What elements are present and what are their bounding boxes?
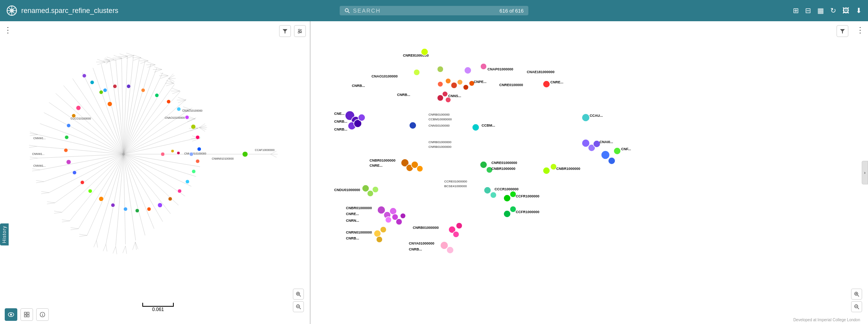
svg-point-223 [438,81,443,87]
svg-line-35 [123,154,185,196]
svg-line-101 [133,58,141,61]
scatter-label: CNRE... [346,212,359,216]
svg-point-184 [111,203,115,207]
tree-center: CGCO10100000 CNNW1... CNNW1... CNNW1... … [29,53,278,254]
svg-point-205 [242,151,248,157]
grid-icon[interactable]: ⊟ [805,6,811,15]
right-filter-btn[interactable] [837,25,848,37]
eye-btn[interactable] [5,308,17,321]
svg-line-161 [54,211,62,212]
node-label: CNNW1... [33,164,46,167]
collapse-btn[interactable]: › [862,161,868,184]
right-panel-menu-btn[interactable]: ⋮ [856,25,864,35]
svg-marker-217 [840,29,845,33]
scatter-label: CCBM10000000 [428,118,452,121]
info-btn[interactable]: i [36,308,49,321]
svg-point-235 [409,122,416,129]
svg-line-154 [32,170,40,171]
scatter-label: CNRE... [370,164,383,168]
settings-btn[interactable] [294,25,306,37]
search-bar[interactable]: 616 of 616 [340,6,528,15]
scatter-label: CNAE181000000 [527,70,555,74]
svg-line-14 [116,59,123,154]
sliders-icon [297,28,303,34]
download-icon[interactable]: ⬇ [856,6,862,15]
svg-line-48 [70,154,124,221]
svg-line-27 [123,108,192,154]
svg-point-236 [437,95,443,101]
svg-point-220 [437,66,443,72]
scatter-label: CCRE01000000 [444,180,467,183]
scatter-label: CCFR1000000 [516,210,539,214]
filter-btn[interactable] [279,25,291,37]
svg-point-240 [582,114,590,122]
svg-line-110 [154,70,162,72]
node-label: CNMN910100000 [184,152,206,155]
svg-point-229 [543,81,550,88]
refresh-icon[interactable]: ↻ [830,6,836,15]
scatter-label: CNBR01000000 [346,206,372,210]
svg-line-34 [123,154,191,186]
scatter-label: CNRB0100000 [428,113,450,116]
svg-line-163 [62,220,70,221]
svg-line-151 [30,157,38,158]
svg-line-145 [96,241,97,248]
scatter-plot[interactable]: CNRE81000000 CNAO10100000 CNAP01000000 C… [311,21,868,324]
right-zoom-controls [851,289,862,312]
right-panel-toolbar [837,25,848,37]
eye-icon [8,312,14,317]
scatter-label: CNE... [334,112,345,116]
scale-bar-label: 0.061 [152,307,164,312]
node-label: CNNW1... [32,153,44,155]
zoom-in-btn-right[interactable] [851,289,862,300]
svg-point-187 [147,207,151,211]
node-label: CNAO10100000 [182,109,202,112]
svg-point-262 [390,208,397,215]
grid-bottom-btn[interactable] [20,308,33,321]
zoom-in-btn-left[interactable] [293,289,304,300]
app-title-text: renamed.sparc_refine_clusters [21,7,118,15]
scatter-label: CNRN01000000 [346,230,372,234]
zoom-out-btn-right[interactable] [851,301,862,312]
svg-point-246 [480,161,487,168]
history-tab[interactable]: History [0,223,9,245]
search-input[interactable] [353,7,497,14]
grid-lines-icon[interactable]: ⊞ [793,6,799,15]
svg-line-123 [183,107,191,109]
image-icon[interactable]: 🖼 [842,7,850,15]
svg-point-173 [82,74,86,78]
svg-line-68 [104,61,110,63]
svg-line-168 [79,236,87,237]
filter-icon [282,28,288,34]
scatter-label: CNRE0100000 [499,83,523,87]
zoom-out-btn-left[interactable] [293,301,304,312]
svg-line-284 [858,308,859,309]
svg-line-66 [104,59,110,61]
svg-point-188 [158,203,162,208]
phylogenetic-tree[interactable]: CGCO10100000 CNNW1... CNNW1... CNNW1... … [0,21,310,324]
search-icon [344,8,350,13]
svg-point-203 [113,85,117,88]
svg-point-10 [298,29,300,31]
svg-point-268 [510,206,516,212]
svg-point-178 [64,148,68,152]
node-label: CNNW1... [33,137,46,140]
svg-line-78 [199,127,206,129]
table-icon[interactable]: ▦ [817,6,824,15]
svg-point-258 [504,195,511,202]
left-panel-menu-btn[interactable]: ⋮ [4,25,12,35]
svg-line-43 [116,154,123,246]
svg-line-149 [29,145,37,146]
svg-point-221 [464,67,471,74]
svg-point-196 [191,124,196,129]
svg-line-89 [107,60,114,63]
svg-point-197 [185,115,189,119]
svg-line-157 [41,191,49,193]
svg-point-245 [417,166,423,172]
svg-line-40 [123,154,145,235]
svg-point-186 [135,209,139,213]
svg-point-183 [99,197,103,201]
svg-point-169 [122,153,125,155]
svg-line-39 [123,154,154,229]
svg-point-194 [197,147,201,151]
